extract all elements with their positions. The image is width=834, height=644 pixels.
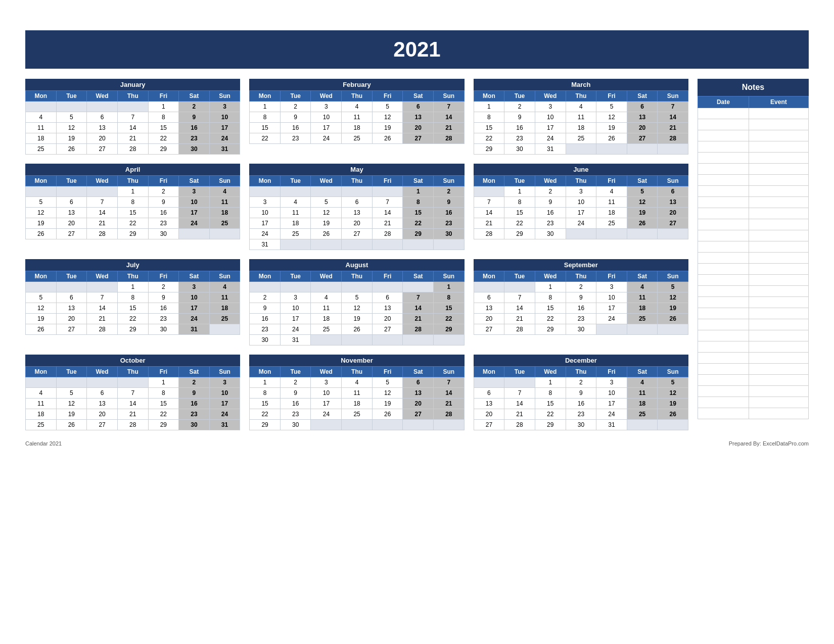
cal-header-tue: Tue xyxy=(56,271,87,282)
cal-day: 23 xyxy=(566,409,596,420)
cal-day: 9 xyxy=(250,303,281,314)
notes-date-header: Date xyxy=(698,96,749,108)
notes-event-cell[interactable] xyxy=(749,119,808,130)
notes-event-cell[interactable] xyxy=(749,130,808,141)
notes-date-cell[interactable] xyxy=(698,119,749,130)
notes-event-cell[interactable] xyxy=(749,164,808,175)
notes-date-cell[interactable] xyxy=(698,408,749,419)
notes-event-cell[interactable] xyxy=(749,364,808,375)
cal-day: 15 xyxy=(250,123,281,133)
notes-event-cell[interactable] xyxy=(749,153,808,164)
notes-event-cell[interactable] xyxy=(749,219,808,230)
notes-date-cell[interactable] xyxy=(698,130,749,141)
notes-date-cell[interactable] xyxy=(698,308,749,319)
notes-date-cell[interactable] xyxy=(698,341,749,353)
notes-date-cell[interactable] xyxy=(698,386,749,397)
notes-event-cell[interactable] xyxy=(749,197,808,208)
cal-day: 14 xyxy=(403,303,434,314)
notes-date-cell[interactable] xyxy=(698,208,749,219)
notes-event-cell[interactable] xyxy=(749,386,808,397)
cal-day: 9 xyxy=(148,292,179,303)
cal-day: 9 xyxy=(179,112,210,123)
cal-day: 8 xyxy=(250,388,281,399)
notes-event-cell[interactable] xyxy=(749,275,808,286)
notes-date-cell[interactable] xyxy=(698,275,749,286)
notes-date-cell[interactable] xyxy=(698,330,749,341)
cal-day: 6 xyxy=(658,186,688,197)
notes-date-cell[interactable] xyxy=(698,197,749,208)
cal-day: 10 xyxy=(311,112,342,123)
cal-day: 25 xyxy=(342,409,373,420)
month-title-september: September xyxy=(474,259,688,271)
cal-day: 22 xyxy=(148,409,179,420)
cal-header-fri: Fri xyxy=(596,271,627,282)
notes-date-cell[interactable] xyxy=(698,286,749,297)
notes-event-cell[interactable] xyxy=(749,241,808,253)
cal-day: 1 xyxy=(504,186,535,197)
notes-date-cell[interactable] xyxy=(698,219,749,230)
cal-day: 25 xyxy=(209,218,240,229)
cal-day: 31 xyxy=(535,144,566,155)
cal-day: 20 xyxy=(372,314,403,324)
cal-day: 30 xyxy=(280,420,311,430)
notes-event-cell[interactable] xyxy=(749,341,808,353)
cal-day: 14 xyxy=(504,303,535,314)
notes-date-cell[interactable] xyxy=(698,164,749,175)
cal-day: 21 xyxy=(372,218,403,229)
notes-date-cell[interactable] xyxy=(698,108,749,119)
notes-event-cell[interactable] xyxy=(749,230,808,241)
cal-day: 15 xyxy=(250,399,281,409)
notes-date-cell[interactable] xyxy=(698,397,749,408)
notes-event-cell[interactable] xyxy=(749,408,808,419)
notes-event-cell[interactable] xyxy=(749,141,808,153)
notes-event-cell[interactable] xyxy=(749,319,808,330)
cal-day: 2 xyxy=(434,186,465,197)
cal-header-mon: Mon xyxy=(26,91,57,102)
cal-day: 18 xyxy=(209,208,240,218)
cal-day: 5 xyxy=(658,282,688,292)
notes-event-cell[interactable] xyxy=(749,253,808,264)
cal-day: 9 xyxy=(280,388,311,399)
cal-day xyxy=(372,335,403,345)
notes-date-cell[interactable] xyxy=(698,153,749,164)
notes-date-cell[interactable] xyxy=(698,353,749,364)
cal-day: 13 xyxy=(474,399,504,409)
notes-event-cell[interactable] xyxy=(749,397,808,408)
notes-event-cell[interactable] xyxy=(749,308,808,319)
notes-date-cell[interactable] xyxy=(698,297,749,308)
cal-day xyxy=(403,282,434,292)
notes-date-cell[interactable] xyxy=(698,319,749,330)
notes-event-cell[interactable] xyxy=(749,375,808,386)
notes-date-cell[interactable] xyxy=(698,375,749,386)
notes-date-cell[interactable] xyxy=(698,264,749,275)
notes-date-cell[interactable] xyxy=(698,241,749,253)
notes-event-cell[interactable] xyxy=(749,186,808,197)
cal-day: 23 xyxy=(535,218,566,229)
notes-event-cell[interactable] xyxy=(749,208,808,219)
cal-day: 19 xyxy=(658,399,688,409)
notes-event-cell[interactable] xyxy=(749,175,808,186)
cal-day: 26 xyxy=(658,409,688,420)
cal-day: 4 xyxy=(596,186,627,197)
notes-event-cell[interactable] xyxy=(749,264,808,275)
cal-day: 2 xyxy=(250,292,281,303)
notes-event-cell[interactable] xyxy=(749,286,808,297)
notes-date-cell[interactable] xyxy=(698,186,749,197)
notes-date-cell[interactable] xyxy=(698,230,749,241)
notes-date-cell[interactable] xyxy=(698,253,749,264)
cal-header-sat: Sat xyxy=(403,271,434,282)
notes-event-cell[interactable] xyxy=(749,330,808,341)
cal-day xyxy=(372,282,403,292)
cal-day: 6 xyxy=(474,388,504,399)
notes-event-cell[interactable] xyxy=(749,353,808,364)
notes-event-cell[interactable] xyxy=(749,297,808,308)
cal-day: 31 xyxy=(596,420,627,430)
notes-date-cell[interactable] xyxy=(698,175,749,186)
notes-event-header: Event xyxy=(749,96,808,108)
notes-date-cell[interactable] xyxy=(698,364,749,375)
notes-date-cell[interactable] xyxy=(698,141,749,153)
cal-day: 26 xyxy=(627,218,658,229)
month-june: JuneMonTueWedThuFriSatSun123456789101112… xyxy=(474,164,688,250)
notes-event-cell[interactable] xyxy=(749,108,808,119)
cal-day xyxy=(342,335,373,345)
